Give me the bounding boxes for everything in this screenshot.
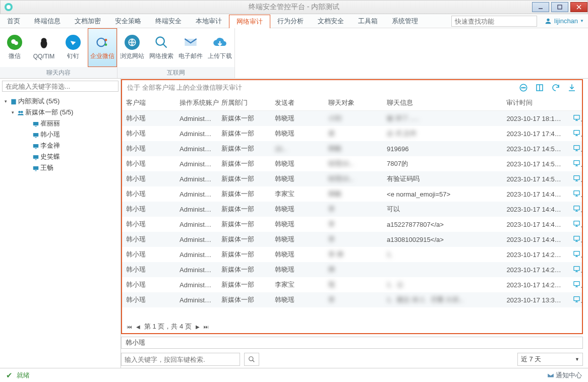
minimize-button[interactable] xyxy=(532,2,549,12)
svg-point-31 xyxy=(524,87,525,88)
close-button[interactable] xyxy=(570,2,587,12)
row-detail-icon[interactable] xyxy=(569,126,582,141)
export-icon[interactable] xyxy=(567,83,577,93)
menu-文档加密[interactable]: 文档加密 xyxy=(68,14,108,28)
refresh-icon[interactable] xyxy=(551,83,561,93)
svg-line-74 xyxy=(253,360,255,362)
keyword-input[interactable] xyxy=(121,353,240,366)
column-header[interactable]: 聊天对象 xyxy=(324,95,383,111)
row-detail-icon[interactable] xyxy=(569,277,582,292)
svg-rect-21 xyxy=(35,137,37,138)
menu-本地审计[interactable]: 本地审计 xyxy=(189,14,229,28)
column-header[interactable]: 审计时间 xyxy=(502,95,568,111)
columns-icon[interactable] xyxy=(535,83,545,93)
table-row[interactable]: 韩小瑶Administra...新媒体一部韩晓瑶 禅 2023-10-17 14… xyxy=(122,262,582,277)
tree-client[interactable]: 史笑蝶 xyxy=(0,151,121,162)
menu-工具箱[interactable]: 工具箱 xyxy=(351,14,385,28)
row-detail-icon[interactable] xyxy=(569,232,582,247)
column-header[interactable]: 所属部门 xyxy=(217,95,271,111)
table-row[interactable]: 韩小瑶Administra...新媒体一部 15...韩晓9196962023-… xyxy=(122,141,582,156)
column-header[interactable]: 发送者 xyxy=(271,95,324,111)
audit-table[interactable]: 客户端操作系统账户所属部门发送者聊天对象聊天信息审计时间 韩小瑶Administ… xyxy=(122,95,582,320)
ribbon-group-internet: 浏览网站网络搜索电子邮件上传下载 互联网 xyxy=(117,28,235,78)
svg-rect-26 xyxy=(33,166,39,170)
chat-icon[interactable] xyxy=(518,83,528,93)
content-panel: 位于 全部客户端 上的企业微信聊天审计 客户端操作系统账户所属部门发送者聊天对象… xyxy=(121,79,583,334)
page-last-button[interactable]: ⏭ xyxy=(204,324,209,330)
tool-wechat[interactable]: 微信 xyxy=(0,28,29,67)
row-detail-icon[interactable] xyxy=(569,141,582,156)
row-detail-icon[interactable] xyxy=(569,217,582,232)
svg-rect-1 xyxy=(558,5,562,9)
menu-终端安全[interactable]: 终端安全 xyxy=(148,14,189,28)
tool-globe[interactable]: 浏览网站 xyxy=(117,28,147,67)
row-detail-icon[interactable] xyxy=(569,292,582,307)
sidebar-filter-input[interactable] xyxy=(2,81,119,92)
column-header[interactable]: 聊天信息 xyxy=(383,95,502,111)
tree-client[interactable]: 王畅 xyxy=(0,162,121,173)
sidebar: ▾内部测试 (5/5)▾新媒体一部 (5/5)崔丽丽韩小瑶李金禅史笑蝶王畅 xyxy=(0,79,121,368)
svg-rect-61 xyxy=(574,251,579,256)
notification-center[interactable]: 通知中心 xyxy=(547,371,582,380)
tree-client[interactable]: 崔丽丽 xyxy=(0,118,121,129)
tool-search[interactable]: 网络搜索 xyxy=(147,28,176,67)
tool-workwechat[interactable]: 企业微信 xyxy=(88,28,117,67)
table-row[interactable]: 韩小瑶Administra...新媒体一部韩晓瑶崔 企 式 文件 2023-10… xyxy=(122,126,582,141)
table-row[interactable]: 韩小瑶Administra...新媒体一部韩晓瑶李 a15227877807</… xyxy=(122,217,582,232)
table-row[interactable]: 韩小瑶Administra...新媒体一部韩晓瑶 经理15...有验证码吗202… xyxy=(122,171,582,186)
row-detail-icon[interactable] xyxy=(569,262,582,277)
table-row[interactable]: 韩小瑶Administra...新媒体一部韩晓瑶李 a13081002915</… xyxy=(122,232,582,247)
table-row[interactable]: 韩小瑶Administra...新媒体一部韩晓瑶李 可以2023-10-17 1… xyxy=(122,202,582,217)
column-header[interactable]: 操作系统账户 xyxy=(175,95,217,111)
status-text: 就绪 xyxy=(17,371,30,380)
table-row[interactable]: 韩小瑶Administra...新媒体一部李家宝韩晓<e normal_emoj… xyxy=(122,186,582,202)
tree-client[interactable]: 李金禅 xyxy=(0,140,121,151)
row-detail-icon[interactable] xyxy=(569,202,582,217)
svg-rect-18 xyxy=(33,122,39,125)
tool-mail[interactable]: 电子邮件 xyxy=(176,28,205,67)
svg-point-8 xyxy=(41,38,47,43)
table-row[interactable]: 韩小瑶Administra...新媒体一部韩晓瑶 经理15...7807的202… xyxy=(122,156,582,171)
svg-point-30 xyxy=(523,87,524,88)
row-detail-icon[interactable] xyxy=(569,186,582,202)
menu-终端信息[interactable]: 终端信息 xyxy=(27,14,68,28)
page-prev-button[interactable]: ◀ xyxy=(136,324,140,330)
tool-dingding[interactable]: 钉钉 xyxy=(58,28,88,67)
menu-安全策略[interactable]: 安全策略 xyxy=(108,14,148,28)
row-detail-icon[interactable] xyxy=(569,247,582,262)
svg-rect-55 xyxy=(574,221,579,225)
menu-文档安全[interactable]: 文档安全 xyxy=(311,14,351,28)
menu-网络审计[interactable]: 网络审计 xyxy=(229,15,270,28)
tool-qq[interactable]: QQ/TIM xyxy=(29,28,58,67)
page-next-button[interactable]: ▶ xyxy=(196,324,200,330)
ribbon: 微信QQ/TIM钉钉企业微信 聊天内容 浏览网站网络搜索电子邮件上传下载 互联网 xyxy=(0,28,588,79)
svg-rect-67 xyxy=(574,282,579,286)
quick-search-input[interactable] xyxy=(451,16,537,27)
table-row[interactable]: 韩小瑶Administra...新媒体一部韩晓瑶李 1、图文 待 2、尽量 大词… xyxy=(122,292,582,307)
page-first-button[interactable]: ⏮ xyxy=(127,324,132,330)
row-detail-icon[interactable] xyxy=(569,156,582,171)
client-tree: ▾内部测试 (5/5)▾新媒体一部 (5/5)崔丽丽韩小瑶李金禅史笑蝶王畅 xyxy=(0,94,121,368)
tree-client[interactable]: 韩小瑶 xyxy=(0,129,121,140)
maximize-button[interactable] xyxy=(551,2,568,12)
svg-rect-20 xyxy=(33,133,39,137)
menu-行为分析[interactable]: 行为分析 xyxy=(270,14,311,28)
tree-dept[interactable]: ▾新媒体一部 (5/5) xyxy=(0,107,121,118)
tool-cloud[interactable]: 上传下载 xyxy=(205,28,234,67)
menu-系统管理[interactable]: 系统管理 xyxy=(385,14,425,28)
row-detail-icon[interactable] xyxy=(569,111,582,126)
user-menu[interactable]: lijinchan▼ xyxy=(540,14,588,28)
ribbon-group-label: 互联网 xyxy=(117,67,234,78)
row-detail-icon[interactable] xyxy=(569,171,582,186)
search-button[interactable] xyxy=(244,353,259,366)
tree-root[interactable]: ▾内部测试 (5/5) xyxy=(0,96,121,107)
table-row[interactable]: 韩小瑶Administra...新媒体一部李家宝 瑶1、公 2023-10-17… xyxy=(122,277,582,292)
column-header[interactable]: 客户端 xyxy=(122,95,175,111)
date-range-select[interactable]: 近 7 天 ▼ xyxy=(517,353,583,366)
svg-rect-24 xyxy=(33,155,39,159)
menubar: 首页终端信息文档加密安全策略终端安全本地审计网络审计行为分析文档安全工具箱系统管… xyxy=(0,14,588,28)
svg-point-16 xyxy=(18,111,21,113)
table-row[interactable]: 韩小瑶Administra...新媒体一部韩晓瑶 小刘被 停了......202… xyxy=(122,111,582,126)
table-row[interactable]: 韩小瑶Administra...新媒体一部韩晓瑶李 禅1、 2023-10-17… xyxy=(122,247,582,262)
menu-首页[interactable]: 首页 xyxy=(0,14,27,28)
